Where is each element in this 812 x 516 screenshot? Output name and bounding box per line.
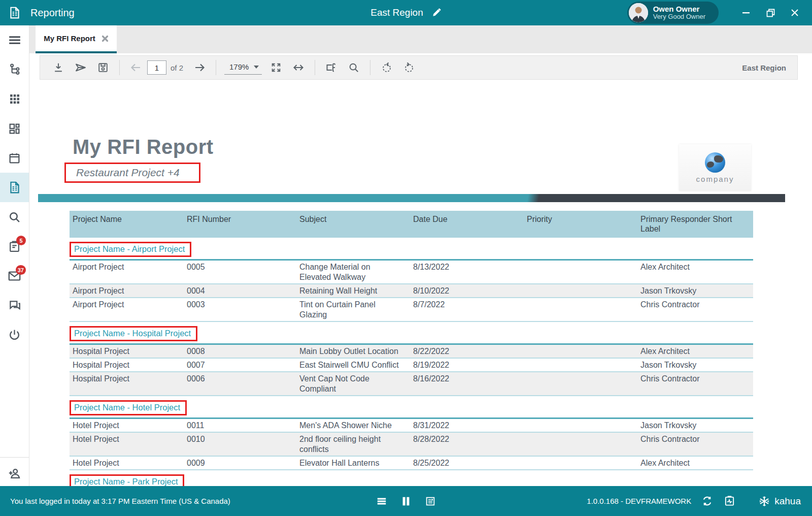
cell-rfi: 0009 <box>184 457 296 469</box>
report-subtitle: Restaurant Project +4 <box>76 167 180 179</box>
cell-responder: Chris Contractor <box>637 372 753 395</box>
cell-date: 8/28/2022 <box>410 433 524 456</box>
cell-responder: Jason Trkovsky <box>637 284 753 297</box>
cell-responder: Alex Architect <box>637 261 753 283</box>
zoom-dropdown[interactable]: 179% <box>224 60 262 75</box>
group-rows: Hotel Project0011Men's ADA Shower Niche8… <box>70 417 753 470</box>
table-row: Hotel Project00102nd floor ceiling heigh… <box>70 433 753 457</box>
group-header-row: Project Name - Park Project <box>70 474 753 486</box>
context-title: East Region <box>370 7 423 18</box>
sidebar-item-mail[interactable]: 37 <box>0 261 29 291</box>
close-button[interactable] <box>785 4 805 21</box>
cell-rfi: 0011 <box>184 419 296 432</box>
restore-button[interactable] <box>760 4 781 21</box>
mail-badge: 37 <box>16 265 26 275</box>
cell-priority <box>524 419 637 432</box>
user-chip[interactable]: Owen Owner Very Good Owner <box>627 2 719 24</box>
report-page: My RFI Report Restaurant Project +4 comp… <box>38 105 785 486</box>
cell-rfi: 0004 <box>184 284 296 297</box>
news-view-icon[interactable] <box>424 495 437 508</box>
table-group: Project Name - Airport ProjectAirport Pr… <box>70 242 753 322</box>
rotate-ccw-button[interactable] <box>376 57 398 78</box>
table-row: Airport Project0005Change Material on El… <box>70 261 753 284</box>
list-view-icon[interactable] <box>375 495 388 508</box>
next-page-button[interactable] <box>188 57 211 78</box>
minimize-button[interactable] <box>736 4 756 21</box>
sidebar-item-calendar[interactable] <box>0 143 29 173</box>
sidebar-item-search[interactable] <box>0 202 29 232</box>
group-header-row: Project Name - Hotel Project <box>70 400 753 415</box>
cell-rfi: 0003 <box>184 298 296 321</box>
cell-project: Hospital Project <box>70 345 184 358</box>
cell-subject: Retaining Wall Height <box>296 284 410 297</box>
cell-priority <box>524 261 637 283</box>
sidebar-item-apps[interactable] <box>0 84 29 114</box>
cell-subject: Men's ADA Shower Niche <box>296 419 410 432</box>
cell-priority <box>524 345 637 358</box>
power-icon <box>8 329 21 341</box>
report-title: My RFI Report <box>73 136 214 158</box>
send-button[interactable] <box>70 57 92 78</box>
table-group: Project Name - Hospital ProjectHospital … <box>70 326 753 396</box>
cell-rfi: 0008 <box>184 345 296 358</box>
save-button[interactable] <box>92 57 114 78</box>
page-number-input[interactable] <box>147 60 166 75</box>
text-select-button[interactable] <box>320 57 343 78</box>
fullscreen-button[interactable] <box>265 57 287 78</box>
cell-subject: East Stairwell CMU Conflict <box>296 359 410 371</box>
cell-responder: Chris Contractor <box>637 433 753 456</box>
sidebar-item-reports[interactable] <box>0 173 29 202</box>
cell-subject: Main Lobby Outlet Location <box>296 345 410 358</box>
table-row: Airport Project0003Tint on Curtain Panel… <box>70 298 753 322</box>
rotate-cw-button[interactable] <box>398 57 420 78</box>
sidebar-item-signout[interactable] <box>0 320 29 349</box>
user-name: Owen Owner <box>653 5 705 13</box>
cell-rfi: 0005 <box>184 261 296 283</box>
column-header: Primary Responder Short Label <box>637 214 753 234</box>
report-document-icon <box>8 181 21 194</box>
previous-page-button[interactable] <box>125 57 147 78</box>
sidebar-item-tasks[interactable]: 5 <box>0 232 29 261</box>
cell-date: 8/10/2022 <box>410 284 524 297</box>
sidebar: 5 37 <box>0 25 29 486</box>
top-bar-left: Reporting <box>0 6 213 19</box>
group-header-row: Project Name - Airport Project <box>70 242 753 257</box>
sidebar-item-dashboard[interactable] <box>0 114 29 143</box>
sidebar-item-invite-user[interactable] <box>0 461 29 486</box>
group-header-label: Project Name - Airport Project <box>70 242 191 257</box>
cell-date: 8/31/2022 <box>410 419 524 432</box>
sidebar-item-menu[interactable] <box>0 25 29 55</box>
cell-subject: Tint on Curtain Panel Glazing <box>296 298 410 321</box>
apps-grid-icon <box>9 93 21 105</box>
fit-width-button[interactable] <box>287 57 310 78</box>
cell-responder: Alex Architect <box>637 457 753 469</box>
search-document-button[interactable] <box>343 57 365 78</box>
table-group: Project Name - Hotel ProjectHotel Projec… <box>70 400 753 470</box>
cell-project: Hotel Project <box>70 433 184 456</box>
cell-priority <box>524 298 637 321</box>
sidebar-item-messages[interactable] <box>0 291 29 320</box>
cell-project: Hotel Project <box>70 419 184 432</box>
cell-priority <box>524 372 637 395</box>
viewer-toolbar: of 2 179% <box>40 55 798 80</box>
report-table-body: Project Name - Airport ProjectAirport Pr… <box>70 242 753 486</box>
sidebar-item-workflow[interactable] <box>0 55 29 84</box>
report-viewer[interactable]: My RFI Report Restaurant Project +4 comp… <box>29 105 812 486</box>
avatar <box>629 3 648 22</box>
group-header-label: Project Name - Hotel Project <box>70 400 187 415</box>
download-button[interactable] <box>47 57 70 78</box>
tab-close-icon[interactable] <box>101 35 109 42</box>
cell-responder: Alex Architect <box>637 345 753 358</box>
cell-rfi: 0007 <box>184 359 296 371</box>
cell-project: Airport Project <box>70 284 184 297</box>
top-bar: Reporting East Region <box>0 0 812 25</box>
cell-date: 8/13/2022 <box>410 261 524 283</box>
main-area: My RFI Report <box>29 25 812 486</box>
cell-project: Hospital Project <box>70 372 184 395</box>
calendar-icon <box>8 152 21 165</box>
status-bar-center <box>0 495 812 508</box>
tab-my-rfi-report[interactable]: My RFI Report <box>36 25 117 53</box>
edit-pencil-icon[interactable] <box>431 8 442 18</box>
column-view-icon[interactable] <box>399 495 413 508</box>
sidebar-divider <box>0 457 29 458</box>
